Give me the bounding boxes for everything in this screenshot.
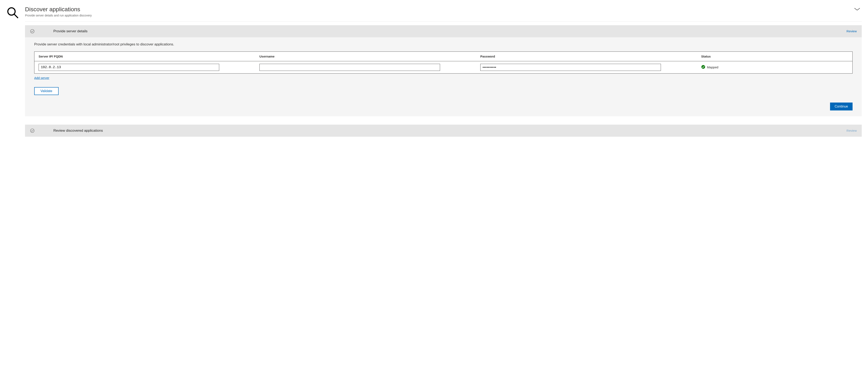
col-status: Status xyxy=(697,52,852,61)
svg-line-1 xyxy=(14,14,18,18)
server-ip-input[interactable] xyxy=(39,64,219,71)
validate-button[interactable]: Validate xyxy=(34,87,59,95)
server-credentials-table: Server IP/ FQDN Username Password Status xyxy=(34,52,852,73)
status-text: Mapped xyxy=(707,65,718,69)
col-server-ip: Server IP/ FQDN xyxy=(34,52,255,61)
collapse-chevron-icon[interactable] xyxy=(854,6,862,11)
step-server-details-header: Provide server details Review xyxy=(25,25,862,37)
step-review-apps-header: Review discovered applications Review xyxy=(25,125,862,137)
server-row: Mapped xyxy=(34,61,852,73)
svg-point-3 xyxy=(701,65,705,69)
page-header: Discover applications Provide server det… xyxy=(25,4,862,22)
add-server-link[interactable]: Add server xyxy=(34,76,50,79)
step-server-details-review-link[interactable]: Review xyxy=(846,29,857,33)
password-input[interactable] xyxy=(480,64,661,71)
server-credentials-instruction: Provide server credentials with local ad… xyxy=(34,42,852,46)
page-subtitle: Provide server details and run applicati… xyxy=(25,14,854,17)
step-review-apps-review-link[interactable]: Review xyxy=(846,129,857,132)
svg-point-4 xyxy=(30,129,34,133)
col-username: Username xyxy=(255,52,476,61)
svg-point-2 xyxy=(30,29,34,33)
col-password: Password xyxy=(476,52,697,61)
page-title: Discover applications xyxy=(25,6,854,13)
continue-button[interactable]: Continue xyxy=(830,102,852,110)
step-review-apps-title: Review discovered applications xyxy=(53,129,846,133)
username-input[interactable] xyxy=(259,64,440,71)
status-success-icon xyxy=(701,65,705,70)
search-icon xyxy=(6,4,25,20)
step-server-details-title: Provide server details xyxy=(53,29,846,33)
step-pending-check-icon xyxy=(30,128,35,133)
step-complete-check-icon xyxy=(30,29,35,34)
step-server-details-body: Provide server credentials with local ad… xyxy=(25,37,862,116)
